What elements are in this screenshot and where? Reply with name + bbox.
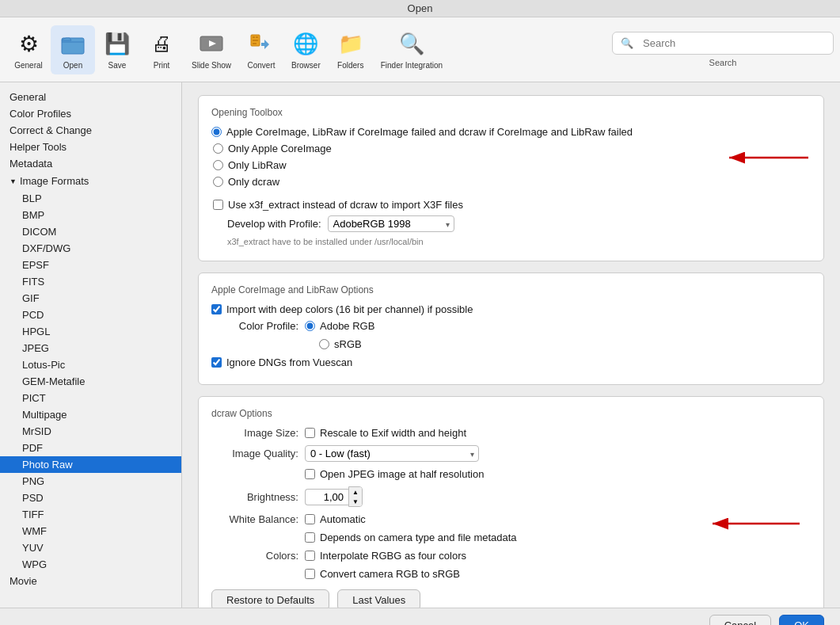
sidebar-item-movie[interactable]: Movie [0, 573, 181, 589]
x3f-checkbox[interactable] [213, 200, 223, 210]
convert-icon [247, 30, 276, 59]
sidebar-item-photo-raw[interactable]: Photo Raw [0, 456, 181, 473]
toolbar-folders[interactable]: 📁 Folders [329, 25, 373, 74]
ignore-dng-label: Ignore DNGs from Vuescan [226, 356, 352, 368]
toolbar-finder-label: Finder Integration [381, 61, 443, 70]
radio-opt2[interactable] [213, 143, 223, 154]
sidebar-item-helper-tools[interactable]: Helper Tools [0, 139, 181, 155]
deep-color-row[interactable]: Import with deep colors (16 bit per chan… [211, 303, 811, 315]
sidebar-item-epsf[interactable]: EPSF [0, 257, 181, 273]
sidebar-item-color-profiles[interactable]: Color Profiles [0, 105, 181, 122]
sidebar-item-wmf[interactable]: WMF [0, 523, 181, 539]
bottom-right: Cancel OK [709, 615, 824, 625]
x3f-checkbox-row[interactable]: Use x3f_extract instead of dcraw to impo… [211, 199, 811, 211]
toolbar-slideshow[interactable]: Slide Show [184, 25, 239, 74]
sidebar-item-general[interactable]: General [0, 89, 181, 105]
sidebar-item-correct-change[interactable]: Correct & Change [0, 122, 181, 139]
toolbar-open[interactable]: Open [51, 25, 95, 74]
ok-button[interactable]: OK [779, 615, 824, 625]
toolbar-browser-label: Browser [291, 61, 321, 70]
brightness-row: Brightness: ▲ ▼ [211, 486, 811, 507]
sidebar-item-hpgl[interactable]: HPGL [0, 323, 181, 340]
colors-row: Colors: Interpolate RGBG as four colors [211, 550, 811, 562]
toolbar-general-label: General [14, 61, 43, 70]
sidebar-item-pcd[interactable]: PCD [0, 307, 181, 323]
interpolate-checkbox[interactable] [305, 551, 315, 561]
radio-opt3[interactable] [213, 160, 223, 170]
develop-profile-select[interactable]: AdobeRGB 1998 sRGB ProPhoto RGB [328, 215, 454, 232]
image-quality-row: Image Quality: 0 - Low (fast) 1 - VNG in… [211, 445, 811, 462]
svg-rect-7 [253, 43, 257, 44]
sidebar-item-wpg[interactable]: WPG [0, 556, 181, 573]
camera-type-checkbox-row[interactable]: Depends on camera type and file metadata [305, 532, 517, 543]
toolbar-convert[interactable]: Convert [239, 25, 283, 74]
adobe-rgb-label: Adobe RGB [320, 320, 374, 332]
sidebar-item-dxfdwg[interactable]: DXF/DWG [0, 240, 181, 257]
restore-defaults-button[interactable]: Restore to Defaults [211, 589, 329, 608]
search-input[interactable] [638, 36, 812, 51]
radio-option-4[interactable]: Only dcraw [211, 176, 811, 188]
radio-option-1[interactable]: Apple CoreImage, LibRaw if CoreImage fai… [211, 126, 811, 138]
sidebar-item-psd[interactable]: PSD [0, 490, 181, 506]
brightness-increment[interactable]: ▲ [349, 487, 362, 497]
adobe-rgb-radio-row[interactable]: Adobe RGB [305, 320, 374, 332]
srgb-radio-row[interactable]: sRGB [319, 338, 362, 350]
cancel-button[interactable]: Cancel [709, 615, 771, 625]
sidebar-item-bmp[interactable]: BMP [0, 207, 181, 223]
srgb-label: sRGB [334, 338, 362, 350]
image-size-checkbox[interactable] [305, 428, 315, 438]
sidebar-item-gem-metafile[interactable]: GEM-Metafile [0, 373, 181, 390]
srgb-radio[interactable] [319, 339, 329, 349]
save-icon: 💾 [103, 30, 131, 59]
image-size-checkbox-row[interactable]: Rescale to Exif width and height [305, 427, 466, 439]
sidebar-item-lotus-pic[interactable]: Lotus-Pic [0, 356, 181, 373]
browser-icon: 🌐 [291, 30, 320, 59]
convert-camera-checkbox[interactable] [305, 569, 315, 579]
sidebar-item-fits[interactable]: FITS [0, 273, 181, 290]
camera-type-checkbox[interactable] [305, 532, 315, 543]
brightness-input[interactable] [305, 489, 348, 505]
open-jpeg-checkbox-row[interactable]: Open JPEG image at half resolution [305, 468, 484, 480]
content-area: Opening Toolbox Apple CoreImage, LibRaw … [182, 82, 840, 608]
toolbar-print[interactable]: 🖨 Print [139, 25, 184, 74]
sidebar-item-tiff[interactable]: TIFF [0, 506, 181, 523]
radio-opt4[interactable] [213, 177, 223, 187]
sidebar-item-mrsid[interactable]: MrSID [0, 423, 181, 440]
sidebar-item-png[interactable]: PNG [0, 473, 181, 490]
toolbar-save[interactable]: 💾 Save [95, 25, 139, 74]
toolbar-general[interactable]: ⚙ General [6, 25, 51, 74]
sidebar: General Color Profiles Correct & Change … [0, 82, 182, 608]
sidebar-item-blp[interactable]: BLP [0, 190, 181, 207]
sidebar-item-gif[interactable]: GIF [0, 290, 181, 307]
interpolate-checkbox-row[interactable]: Interpolate RGBG as four colors [305, 550, 466, 562]
brightness-decrement[interactable]: ▼ [349, 497, 362, 506]
open-jpeg-checkbox[interactable] [305, 469, 315, 479]
sidebar-item-image-formats[interactable]: ▼ Image Formats [0, 172, 181, 190]
sidebar-item-multipage[interactable]: Multipage [0, 406, 181, 423]
last-values-button[interactable]: Last Values [337, 589, 420, 608]
sidebar-item-dicom[interactable]: DICOM [0, 223, 181, 240]
image-quality-select[interactable]: 0 - Low (fast) 1 - VNG interpolation 2 -… [305, 445, 479, 462]
deep-color-label: Import with deep colors (16 bit per chan… [226, 303, 473, 315]
deep-color-checkbox[interactable] [211, 304, 222, 314]
sidebar-item-pdf[interactable]: PDF [0, 440, 181, 456]
white-balance-checkbox-row[interactable]: Automatic [305, 513, 366, 525]
sidebar-item-metadata[interactable]: Metadata [0, 155, 181, 172]
toolbar-browser[interactable]: 🌐 Browser [283, 25, 329, 74]
svg-rect-5 [256, 36, 258, 38]
restore-row: Restore to Defaults Last Values [211, 589, 811, 608]
ignore-dng-row[interactable]: Ignore DNGs from Vuescan [211, 356, 811, 368]
apple-libraw-panel: Apple CoreImage and LibRaw Options Impor… [198, 272, 824, 385]
toolbar-finder[interactable]: 🔍 Finder Integration [373, 25, 450, 74]
convert-camera-checkbox-row[interactable]: Convert camera RGB to sRGB [305, 568, 460, 580]
sidebar-item-jpeg[interactable]: JPEG [0, 340, 181, 356]
adobe-rgb-radio[interactable] [305, 321, 315, 331]
expand-icon: ▼ [10, 177, 17, 185]
convert-camera-row: Convert camera RGB to sRGB [211, 568, 811, 580]
ignore-dng-checkbox[interactable] [211, 357, 222, 368]
sidebar-item-pict[interactable]: PICT [0, 390, 181, 406]
radio-opt1[interactable] [211, 127, 222, 137]
white-balance-checkbox[interactable] [305, 514, 315, 524]
open-jpeg-label: Open JPEG image at half resolution [320, 468, 484, 480]
sidebar-item-yuv[interactable]: YUV [0, 539, 181, 556]
